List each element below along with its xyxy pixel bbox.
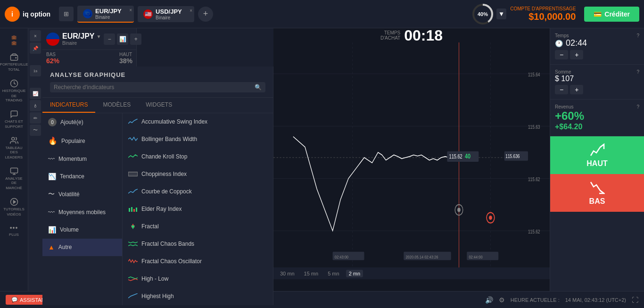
cat-volatilite[interactable]: 〜 Volatilité bbox=[42, 185, 122, 204]
analysis-header: ANALYSE GRAPHIQUE 🔍 bbox=[42, 67, 273, 98]
sidebar-item-tutorials[interactable]: TUTORIELS VIDÉOS bbox=[4, 195, 25, 219]
indicator-coppock[interactable]: Courbe de Coppock bbox=[123, 183, 273, 200]
credit-button[interactable]: 💳 Créditer bbox=[584, 7, 639, 22]
tab-eurjpy[interactable]: × 🇪🇺 EUR/JPY Binaire bbox=[77, 6, 134, 23]
fractal-chaos-osc-icon bbox=[128, 258, 138, 265]
svg-text:115.62: 115.62 bbox=[528, 229, 540, 234]
temps-label: TEMPS bbox=[380, 30, 400, 35]
indicator-coppock-label: Courbe de Coppock bbox=[141, 188, 192, 195]
indicator-highest-high[interactable]: Highest High bbox=[123, 288, 273, 305]
gauge-area: 40% ▼ bbox=[471, 2, 506, 26]
wave-tool[interactable]: 〜 bbox=[30, 125, 41, 136]
cat-populaire[interactable]: 🔥 Populaire bbox=[42, 132, 122, 150]
sidebar-item-leaders[interactable]: TABLEAU DES LEADERS bbox=[4, 133, 25, 162]
haut-section: HAUT 38% bbox=[119, 52, 132, 65]
temps-question[interactable]: ? bbox=[636, 33, 639, 38]
indicator-bollinger[interactable]: Bollinger Bands Width bbox=[123, 131, 273, 148]
period-15mn[interactable]: 15 mn bbox=[301, 270, 322, 277]
compte-section: COMPTE D'APPRENTISSAGE $10,000.00 bbox=[510, 6, 576, 22]
portfolio-icon: 💼 bbox=[11, 35, 17, 40]
gauge-text: 40% bbox=[478, 11, 488, 17]
fullscreen-icon[interactable]: ⛶ bbox=[632, 296, 638, 304]
sidebar-item-analysis[interactable]: ANALYSE DE MARCHÉ bbox=[4, 164, 25, 193]
chart-left-controls: × 📌 1s 📈 🕯 ✏ 〜 bbox=[28, 28, 42, 291]
close-tab-usdjpy[interactable]: × bbox=[190, 8, 192, 13]
indicator-choppiness[interactable]: Choppiness Index bbox=[123, 166, 273, 183]
somme-question[interactable]: ? bbox=[636, 69, 639, 75]
somme-plus[interactable]: + bbox=[570, 85, 583, 94]
flame-icon: 🔥 bbox=[48, 136, 58, 145]
credit-icon: 💳 bbox=[594, 10, 602, 18]
cat-tendance[interactable]: 📉 Tendance bbox=[42, 168, 122, 185]
sidebar-item-history[interactable]: HISTORIQUE DE TRADING bbox=[4, 76, 25, 105]
gauge-arrow-button[interactable]: ▼ bbox=[496, 8, 506, 19]
indicator-accumulative[interactable]: Accumulative Swing Index bbox=[123, 113, 273, 131]
settings-icon[interactable]: ⚙ bbox=[499, 296, 505, 304]
close-panel-button[interactable]: × bbox=[30, 30, 41, 42]
trend-tool[interactable]: 📈 bbox=[30, 88, 41, 99]
period-30mn[interactable]: 30 mn bbox=[277, 270, 297, 277]
dropdown-arrow-icon[interactable]: ▼ bbox=[96, 34, 101, 39]
bas-haut-display: BAS 62% HAUT 38% bbox=[42, 50, 136, 67]
highest-high-line-icon bbox=[128, 293, 138, 299]
svg-text:2020.05.14 02:43:26: 2020.05.14 02:43:26 bbox=[405, 254, 438, 259]
tab-widgets[interactable]: WIDGETS bbox=[138, 98, 180, 113]
temps-plus[interactable]: + bbox=[570, 50, 583, 59]
analysis-search: 🔍 bbox=[50, 82, 265, 92]
cat-ajoute[interactable]: 0 Ajouté(e) bbox=[42, 113, 122, 132]
indicator-fractal-chaos-osc[interactable]: Fractal Chaos Oscillator bbox=[123, 253, 273, 270]
search-input[interactable] bbox=[54, 84, 252, 91]
pin-button[interactable]: 📌 bbox=[30, 42, 41, 54]
add-tab-button[interactable]: + bbox=[198, 7, 213, 22]
sidebar-item-portfolio[interactable]: 💼 💼 💼 bbox=[4, 32, 25, 48]
elder-bar-icon bbox=[128, 206, 138, 212]
revenus-question[interactable]: ? bbox=[636, 104, 639, 109]
tab-eurjpy-info: EUR/JPY Binaire bbox=[95, 8, 122, 20]
indicator-chande[interactable]: Chande Kroll Stop bbox=[123, 148, 273, 166]
analysis-icon bbox=[10, 167, 18, 175]
cat-moyennes[interactable]: 〰 Moyennes mobiles bbox=[42, 204, 122, 221]
indicator-high-low[interactable]: High - Low bbox=[123, 270, 273, 288]
bollinger-line-icon bbox=[128, 136, 138, 142]
tutorials-icon bbox=[10, 198, 18, 206]
fractal-chaos-line-icon bbox=[128, 241, 138, 247]
bas-button[interactable]: BAS bbox=[550, 174, 644, 212]
somme-minus[interactable]: − bbox=[555, 85, 568, 94]
period-2mn[interactable]: 2 mn bbox=[346, 270, 363, 277]
sound-icon[interactable]: 🔊 bbox=[485, 296, 493, 304]
minus-btn-instr[interactable]: − bbox=[104, 33, 115, 45]
pen-tool[interactable]: ✏ bbox=[30, 112, 41, 124]
indicator-highest-high-label: Highest High bbox=[141, 293, 174, 300]
indicator-elder[interactable]: Elder Ray Index bbox=[123, 200, 273, 218]
instrument-type: Binaire bbox=[62, 41, 101, 46]
close-tab-eurjpy[interactable]: × bbox=[129, 8, 132, 13]
somme-label-row: Somme ? bbox=[555, 69, 639, 75]
chart-canvas[interactable]: 115.64 115.63 115.62 115.62 115.636 115.… bbox=[273, 42, 550, 267]
momentum-icon: 〰 bbox=[48, 155, 55, 163]
grid-button[interactable]: ⊞ bbox=[59, 7, 74, 21]
cat-autre[interactable]: ▲ Autre bbox=[42, 239, 122, 256]
indicator-fractal-chaos-bands[interactable]: Fractal Chaos Bands bbox=[123, 235, 273, 253]
sidebar-item-more[interactable]: ••• PLUS bbox=[4, 221, 25, 240]
indicators-list: Accumulative Swing Index Bollinger Bands… bbox=[123, 113, 273, 305]
fractal-icon bbox=[128, 223, 138, 230]
tab-usdjpy[interactable]: × 🇺🇸 USD/JPY Binaire bbox=[138, 6, 194, 22]
period-5mn[interactable]: 5 mn bbox=[325, 270, 342, 277]
cat-momentum[interactable]: 〰 Momentum bbox=[42, 150, 122, 168]
tab-indicateurs[interactable]: INDICATEURS bbox=[42, 98, 95, 113]
haut-button[interactable]: HAUT bbox=[550, 136, 644, 174]
cat-volume[interactable]: 📊 Volume bbox=[42, 221, 122, 239]
eur-flag: 🇪🇺 bbox=[83, 9, 92, 18]
graph-btn[interactable]: 📊 bbox=[117, 33, 128, 45]
indicator-fractal[interactable]: Fractal bbox=[123, 218, 273, 235]
indicator-chande-label: Chande Kroll Stop bbox=[141, 153, 187, 160]
plus-btn-instr[interactable]: + bbox=[130, 33, 141, 45]
sidebar-item-portefeuille[interactable]: PORTEFEUILLE TOTAL bbox=[4, 50, 25, 75]
cat-volume-label: Volume bbox=[60, 226, 79, 233]
timeframe-1s[interactable]: 1s bbox=[30, 65, 41, 76]
temps-minus[interactable]: − bbox=[555, 50, 568, 59]
tab-modeles[interactable]: MODÈLES bbox=[95, 98, 138, 113]
sidebar-item-chat[interactable]: CHATS ET SUPPORT bbox=[4, 107, 25, 132]
eur-jpy-flag bbox=[46, 33, 59, 46]
candle-tool[interactable]: 🕯 bbox=[30, 100, 41, 111]
